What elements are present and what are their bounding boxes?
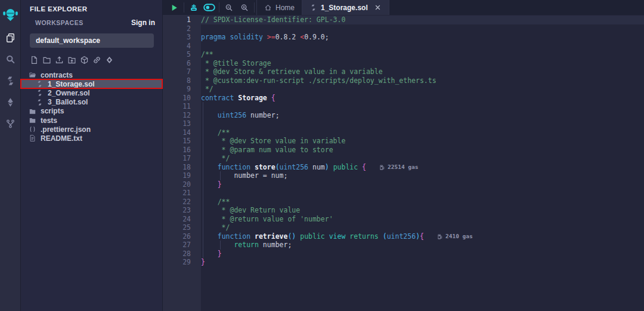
code-line[interactable]: */ — [201, 85, 644, 94]
code-line[interactable]: /** — [201, 198, 644, 207]
line-number[interactable]: 14 — [163, 128, 191, 137]
line-number[interactable]: 12 — [163, 111, 191, 120]
solidity-file-icon — [309, 4, 317, 11]
line-number[interactable]: 17 — [163, 154, 191, 163]
line-number[interactable]: 3 — [163, 33, 191, 42]
code-line[interactable]: /** — [201, 50, 644, 59]
deploy-run-button[interactable] — [0, 91, 20, 113]
line-number[interactable]: 2 — [163, 24, 191, 33]
line-number[interactable]: 9 — [163, 85, 191, 94]
line-number[interactable]: 11 — [163, 102, 191, 111]
code-line[interactable] — [201, 119, 644, 128]
code-line[interactable] — [201, 189, 644, 198]
import-url-button[interactable] — [92, 56, 101, 65]
folder-icon — [29, 116, 36, 124]
tab-home[interactable]: Home — [256, 0, 302, 15]
code-line[interactable] — [201, 24, 644, 33]
code-line[interactable]: number = num; — [201, 171, 644, 180]
line-number[interactable]: 27 — [163, 241, 191, 250]
json-icon — [29, 125, 36, 133]
upload-folder-button[interactable] — [67, 56, 76, 65]
code-line[interactable]: * @dev Store value in variable — [201, 137, 644, 146]
tree-item-2-owner-sol[interactable]: 2_Owner.sol — [21, 88, 162, 97]
code-line[interactable]: } — [201, 258, 644, 267]
code-line[interactable]: */ — [201, 154, 644, 163]
toolbar-separator — [219, 2, 219, 13]
run-script-button[interactable] — [166, 0, 182, 15]
line-number[interactable]: 23 — [163, 206, 191, 215]
line-number[interactable]: 24 — [163, 215, 191, 224]
new-file-button[interactable] — [29, 56, 39, 65]
gist-button[interactable] — [104, 56, 114, 65]
tree-item-scripts[interactable]: scripts — [21, 107, 162, 116]
code-line[interactable]: return number; — [201, 241, 644, 250]
code-line[interactable]: * @custom:dev-run-script ./scripts/deplo… — [201, 76, 644, 85]
copilot-toggle[interactable] — [202, 0, 217, 15]
solidity-compiler-button[interactable] — [0, 70, 20, 91]
tree-item-readme-txt[interactable]: README.txt — [21, 134, 162, 143]
line-number[interactable]: 4 — [163, 42, 191, 51]
workspaces-row: WORKSPACES Sign in — [21, 16, 162, 29]
line-number[interactable]: 1 — [163, 16, 191, 24]
tree-item-contracts[interactable]: contracts — [21, 70, 162, 79]
line-number[interactable]: 22 — [163, 198, 191, 207]
code-line[interactable]: } — [201, 180, 644, 189]
code-line[interactable]: // SPDX-License-Identifier: GPL-3.0 — [201, 16, 644, 24]
zoom-in-button[interactable] — [237, 0, 252, 15]
line-number[interactable]: 5 — [163, 50, 191, 59]
remix-logo-button[interactable] — [0, 2, 20, 27]
line-number[interactable]: 8 — [163, 76, 191, 85]
code-line[interactable]: function retrieve() public view returns … — [201, 232, 644, 241]
solidity-file-icon — [36, 80, 44, 88]
code-line[interactable]: * @dev Return value — [201, 206, 644, 215]
code-line[interactable]: * @param num value to store — [201, 146, 644, 155]
upload-file-button[interactable] — [54, 56, 64, 65]
tree-item-1-storage-sol[interactable]: 1_Storage.sol — [21, 79, 162, 88]
line-number[interactable]: 16 — [163, 146, 191, 155]
line-number[interactable]: 13 — [163, 119, 191, 128]
line-number[interactable]: 15 — [163, 137, 191, 146]
line-number[interactable]: 18 — [163, 163, 191, 172]
line-number[interactable]: 19 — [163, 171, 191, 180]
code-line[interactable]: * @return value of 'number' — [201, 215, 644, 224]
line-number[interactable]: 10 — [163, 94, 191, 103]
line-number[interactable]: 21 — [163, 189, 191, 198]
code-line[interactable]: function store(uint256 num) public {2251… — [201, 163, 644, 172]
close-icon[interactable] — [374, 4, 382, 11]
code-line[interactable]: } — [201, 250, 644, 258]
line-number[interactable]: 7 — [163, 67, 191, 76]
line-number[interactable]: 20 — [163, 180, 191, 189]
tree-item-tests[interactable]: tests — [21, 116, 162, 125]
line-number-gutter[interactable]: 1234567891011121314151617181920212223242… — [163, 15, 201, 311]
tree-item-label: 2_Owner.sol — [48, 89, 90, 97]
zoom-out-button[interactable] — [221, 0, 237, 15]
code-line[interactable] — [201, 42, 644, 51]
code-line[interactable]: pragma solidity >=0.8.2 <0.9.0; — [201, 33, 644, 42]
search-button[interactable] — [0, 48, 20, 70]
code-line[interactable]: /** — [201, 128, 644, 137]
robot-icon — [190, 4, 198, 12]
code-line[interactable]: * @dev Store & retrieve value in a varia… — [201, 67, 644, 76]
ipfs-import-button[interactable] — [79, 56, 89, 65]
git-button[interactable] — [0, 113, 20, 134]
gist-icon — [105, 56, 114, 64]
code-line[interactable]: * @title Storage — [201, 59, 644, 68]
workspace-select[interactable]: default_workspace — [30, 33, 154, 48]
line-number[interactable]: 28 — [163, 250, 191, 258]
line-number[interactable]: 26 — [163, 232, 191, 241]
code-line[interactable]: uint256 number; — [201, 111, 644, 120]
line-number[interactable]: 29 — [163, 258, 191, 267]
sign-in-button[interactable]: Sign in — [128, 19, 155, 27]
code-content[interactable]: // SPDX-License-Identifier: GPL-3.0pragm… — [201, 15, 644, 311]
tab-1-storage-sol[interactable]: 1_Storage.sol — [302, 0, 389, 15]
code-line[interactable]: contract Storage { — [201, 94, 644, 103]
file-explorer-button[interactable] — [0, 27, 20, 48]
tree-item-3-ballot-sol[interactable]: 3_Ballot.sol — [21, 98, 162, 107]
code-line[interactable] — [201, 102, 644, 111]
ai-assistant-button[interactable] — [186, 0, 202, 15]
new-folder-button[interactable] — [42, 56, 51, 65]
code-line[interactable]: */ — [201, 223, 644, 232]
tree-item-prettierrc-json[interactable]: .prettierrc.json — [21, 125, 162, 134]
line-number[interactable]: 25 — [163, 223, 191, 232]
line-number[interactable]: 6 — [163, 59, 191, 68]
